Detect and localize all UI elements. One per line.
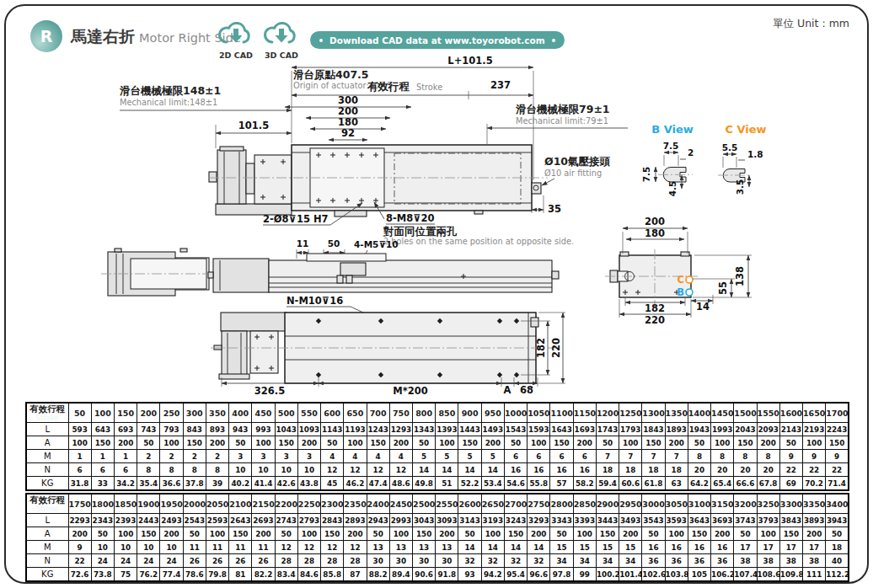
spec-value: 57 [550,477,573,491]
spec-value: 1643 [550,423,573,436]
c-port-marker [686,276,693,283]
row-label: N [26,463,68,477]
spec-value: 91.8 [436,568,458,582]
end-dim-55: 55 [717,281,729,295]
stroke-col-header: 1250 [619,403,642,423]
spec-value: 12 [297,541,320,554]
spec-value: 3893 [803,514,826,527]
c-view-detail: C View 5.5 1.8 3.5 [718,123,767,195]
spec-value: 5 [436,450,458,463]
spec-value: 200 [252,527,275,541]
spec-value: 50 [413,436,436,450]
spec-value: 96.6 [528,568,550,582]
spec-row-A: A200501001502005010015020050100150200501… [26,527,849,541]
spec-value: 943 [229,423,252,436]
stroke-col-header: 1950 [160,494,183,514]
spec-value: 59.4 [596,477,619,491]
spec-value: 643 [91,423,114,436]
stroke-col-header: 1600 [779,403,802,423]
spec-value: 49.8 [413,477,436,491]
spec-value: 30 [389,554,412,568]
spec-value: 8 [206,463,228,477]
dowel-holes-label: 2-Ø8⊽15 H7 [263,213,329,225]
spec-value: 2843 [321,514,344,527]
spec-value: 150 [229,527,252,541]
spec-value: 22 [826,463,849,477]
banner-dot-icon [319,39,323,42]
b-port-label: B [677,286,684,298]
spec-value: 150 [826,436,849,450]
spec-value: 2643 [229,514,252,527]
spec-value: 11 [252,541,275,554]
cad-banner-label: Download CAD data at www.toyorobot.com [329,35,545,45]
b-dim-7-5-w: 7.5 [663,141,679,151]
spec-value: 200 [344,527,367,541]
spec-value: 24 [91,554,114,568]
spec-value: 2093 [757,423,779,436]
spec-value: 107.4 [734,568,757,582]
spec-value: 14 [504,541,527,554]
page-title-zh: 馬達右折 [71,27,135,45]
stroke-col-header: 2400 [367,494,389,514]
spec-value: 40 [826,554,849,568]
spec-value: 150 [504,527,527,541]
spec-value: 39 [206,477,228,491]
spec-value: 9 [68,541,91,554]
spec-value: 12 [344,541,367,554]
spec-value: 10 [114,541,137,554]
stroke-col-header: 1850 [114,494,137,514]
stroke-header-zh: 有效行程 [27,494,68,505]
spec-value: 28 [321,554,344,568]
spec-value: 22 [803,463,826,477]
stroke-col-header: 3050 [665,494,688,514]
row-label: L [26,423,68,436]
stroke-col-header: 300 [183,403,206,423]
spec-value: 8 [137,463,160,477]
stroke-col-header: 1000 [504,403,527,423]
spec-value: 34.2 [114,477,137,491]
spec-value: 64.2 [688,477,710,491]
spec-value: 36 [711,554,734,568]
row-label: KG [26,568,68,582]
spec-value: 16 [573,463,596,477]
spec-value: 38 [803,554,826,568]
spec-value: 16 [642,541,665,554]
spec-value: 3 [297,450,320,463]
stroke-header-en: Stroke [27,414,68,422]
mech-limit-left-zh: 滑台機械極限148±1 [119,84,221,97]
spec-row-M: M1112222333344445555666677778888999 [26,450,849,463]
spec-value: 2 [183,450,206,463]
spec-value: 200 [436,527,458,541]
spec-value: 18 [665,463,688,477]
stroke-header-row: 有效行程Stroke175018001850190019502000205021… [26,494,849,514]
spec-value: 78.6 [183,568,206,582]
spec-value: 2293 [68,514,91,527]
spec-value: 200 [711,527,734,541]
spec-value: 101.4 [619,568,642,582]
spec-value: 4 [321,450,344,463]
spec-value: 3193 [481,514,504,527]
stroke-col-header: 3400 [826,494,849,514]
spec-value: 47.4 [367,477,389,491]
spec-value: 60.6 [619,477,642,491]
spec-value: 3 [252,450,275,463]
cloud-download-2d-icon [215,19,257,49]
spec-value: 9 [826,450,849,463]
spec-value: 22 [779,463,802,477]
spec-value: 100.2 [596,568,619,582]
spec-value: 32 [528,554,550,568]
spec-value: 4 [344,450,367,463]
spec-value: 8 [757,450,779,463]
cad-banner[interactable]: Download CAD data at www.toyorobot.com [310,31,565,49]
spec-value: 8 [183,463,206,477]
stroke-col-header: 1750 [68,494,91,514]
end-dim-182: 182 [645,302,665,314]
spec-value: 17 [803,541,826,554]
spec-value: 34 [619,554,642,568]
stroke-col-header: 2000 [183,494,206,514]
spec-value: 34 [596,554,619,568]
m5-holes-label: 4-M5⊽10 [354,239,399,249]
spec-value: 30 [413,554,436,568]
stroke-header-zh: 有效行程 [27,404,68,414]
stroke-col-header: 3250 [757,494,779,514]
